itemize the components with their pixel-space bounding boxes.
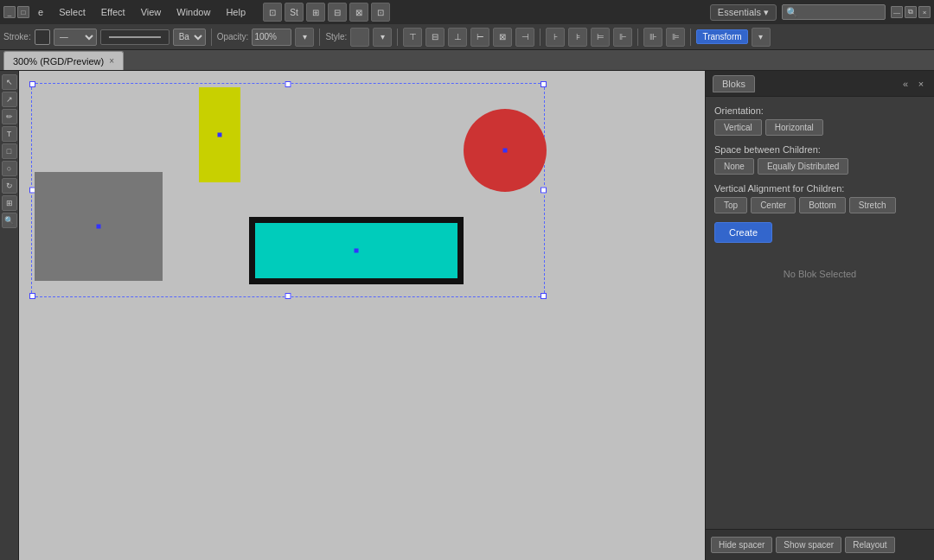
sep-2 xyxy=(319,29,320,46)
tool-scale[interactable]: ⊞ xyxy=(2,195,17,211)
maximize-btn[interactable]: □ xyxy=(17,6,29,18)
menu-item-window[interactable]: Window xyxy=(170,3,217,21)
tool-type[interactable]: T xyxy=(2,126,17,142)
transform-dropdown-btn[interactable]: ▾ xyxy=(752,28,771,47)
align-bottom-btn[interactable]: Bottom xyxy=(799,197,846,213)
red-circle-center-dot xyxy=(503,149,508,153)
app-window-controls: — ⧉ × xyxy=(891,6,931,18)
menu-item-select[interactable]: Select xyxy=(52,3,93,21)
style-dropdown-btn[interactable]: ▾ xyxy=(373,28,392,47)
distribute-3-btn[interactable]: ⊩ xyxy=(613,28,632,47)
menu-icon-1[interactable]: ⊡ xyxy=(263,3,282,22)
red-circle-object[interactable] xyxy=(464,109,547,192)
align-center-v-btn[interactable]: ⊠ xyxy=(493,28,512,47)
space-section: Space between Children: None Equally Dis… xyxy=(714,144,925,175)
tool-pen[interactable]: ✏ xyxy=(2,109,17,124)
sep-3 xyxy=(397,29,398,46)
app-minimize-btn[interactable]: — xyxy=(891,6,903,18)
yellow-rect-object[interactable] xyxy=(199,87,240,182)
teal-rect-object[interactable] xyxy=(249,217,464,284)
distribute-h-btn[interactable]: ⊦ xyxy=(546,28,565,47)
no-selection-text: No Blok Selected xyxy=(714,269,925,279)
search-input[interactable] xyxy=(782,4,886,20)
tool-zoom[interactable]: 🔍 xyxy=(2,213,17,228)
menu-icon-6[interactable]: ⊡ xyxy=(371,3,390,22)
sep-5 xyxy=(637,29,638,46)
hide-spacer-btn[interactable]: Hide spacer xyxy=(711,537,772,553)
extra-2-btn[interactable]: ⊫ xyxy=(666,28,685,47)
space-none-btn[interactable]: None xyxy=(714,158,754,175)
menu-icon-4[interactable]: ⊟ xyxy=(328,3,347,22)
app-restore-btn[interactable]: ⧉ xyxy=(905,6,917,18)
alignment-btn-group: Top Center Bottom Stretch xyxy=(714,197,925,213)
align-stretch-btn[interactable]: Stretch xyxy=(849,197,896,213)
distribute-2-btn[interactable]: ⊨ xyxy=(591,28,610,47)
style-swatch[interactable] xyxy=(350,28,369,47)
align-center-h-btn[interactable]: ⊟ xyxy=(425,28,445,47)
right-panel: Bloks « × Orientation: Vertical Horizont… xyxy=(705,71,934,560)
opacity-input[interactable] xyxy=(252,29,291,46)
gray-rect-object[interactable] xyxy=(35,172,163,281)
handle-bm[interactable] xyxy=(285,293,291,299)
panel-collapse-btn[interactable]: « xyxy=(899,78,912,90)
handle-tm[interactable] xyxy=(285,81,291,87)
menu-icon-2[interactable]: St xyxy=(285,3,304,22)
alignment-label: Vertical Alignment for Children: xyxy=(714,183,925,194)
orientation-horizontal-btn[interactable]: Horizontal xyxy=(765,119,823,136)
align-bottom-btn[interactable]: ⊥ xyxy=(448,28,467,47)
tool-rotate[interactable]: ↻ xyxy=(2,178,17,194)
workspace-btn[interactable]: Essentials ▾ xyxy=(710,4,777,21)
menu-icon-3[interactable]: ⊞ xyxy=(306,3,325,22)
space-equally-btn[interactable]: Equally Distributed xyxy=(758,158,848,175)
tool-direct[interactable]: ↗ xyxy=(2,92,17,107)
menu-item-effect[interactable]: Effect xyxy=(94,3,132,21)
minimize-btn[interactable]: _ xyxy=(3,6,16,18)
sep-1 xyxy=(211,29,212,46)
tab-main[interactable]: 300% (RGD/Preview) × xyxy=(3,51,124,70)
stroke-style-select[interactable]: Basic xyxy=(173,29,206,46)
extra-1-btn[interactable]: ⊪ xyxy=(643,28,662,47)
panel-title-tab[interactable]: Bloks xyxy=(713,75,755,92)
create-btn[interactable]: Create xyxy=(714,222,772,243)
canvas-area[interactable] xyxy=(19,71,705,560)
show-spacer-btn[interactable]: Show spacer xyxy=(776,537,841,553)
menubar-right: Essentials ▾ — ⧉ × xyxy=(710,4,931,21)
canvas-wrapper xyxy=(31,83,550,304)
handle-br[interactable] xyxy=(541,293,547,299)
tool-select[interactable]: ↖ xyxy=(2,74,17,90)
panel-close-btn[interactable]: × xyxy=(915,78,927,90)
distribute-v-btn[interactable]: ⊧ xyxy=(568,28,587,47)
relayout-btn[interactable]: Relayout xyxy=(845,537,894,553)
align-top-btn[interactable]: ⊤ xyxy=(403,28,422,47)
orientation-vertical-btn[interactable]: Vertical xyxy=(714,119,762,136)
gray-rect-center-dot xyxy=(97,225,101,229)
tool-ellipse[interactable]: ○ xyxy=(2,161,17,176)
align-top-btn[interactable]: Top xyxy=(714,197,747,213)
menu-item-file[interactable]: e xyxy=(31,3,50,21)
opacity-dropdown-btn[interactable]: ▾ xyxy=(295,28,314,47)
menu-item-help[interactable]: Help xyxy=(219,3,253,21)
align-center-btn[interactable]: Center xyxy=(751,197,796,213)
handle-mr[interactable] xyxy=(541,188,547,194)
align-right-btn[interactable]: ⊣ xyxy=(515,28,534,47)
handle-bl[interactable] xyxy=(29,293,35,299)
handle-tr[interactable] xyxy=(541,81,547,87)
tab-close-btn[interactable]: × xyxy=(109,56,114,66)
stroke-color-swatch[interactable] xyxy=(35,29,50,45)
panel-content: Orientation: Vertical Horizontal Space b… xyxy=(706,97,934,529)
space-btn-group: None Equally Distributed xyxy=(714,158,925,175)
handle-tl[interactable] xyxy=(29,81,35,87)
sep-6 xyxy=(690,29,691,46)
yellow-rect-center-dot xyxy=(218,133,222,137)
stroke-line xyxy=(109,36,161,38)
toolbar: Stroke: — Basic Opacity: ▾ Style: ▾ ⊤ ⊟ … xyxy=(0,24,934,50)
app-close-btn[interactable]: × xyxy=(918,6,931,18)
left-tool-panel: ↖ ↗ ✏ T □ ○ ↻ ⊞ 🔍 xyxy=(0,71,19,560)
tab-label: 300% (RGD/Preview) xyxy=(13,56,104,67)
menu-item-view[interactable]: View xyxy=(134,3,169,21)
stroke-type-select[interactable]: — xyxy=(54,29,97,46)
align-left-btn[interactable]: ⊢ xyxy=(470,28,489,47)
menu-icon-5[interactable]: ⊠ xyxy=(349,3,368,22)
tool-rect[interactable]: □ xyxy=(2,143,17,159)
transform-btn[interactable]: Transform xyxy=(696,29,747,44)
